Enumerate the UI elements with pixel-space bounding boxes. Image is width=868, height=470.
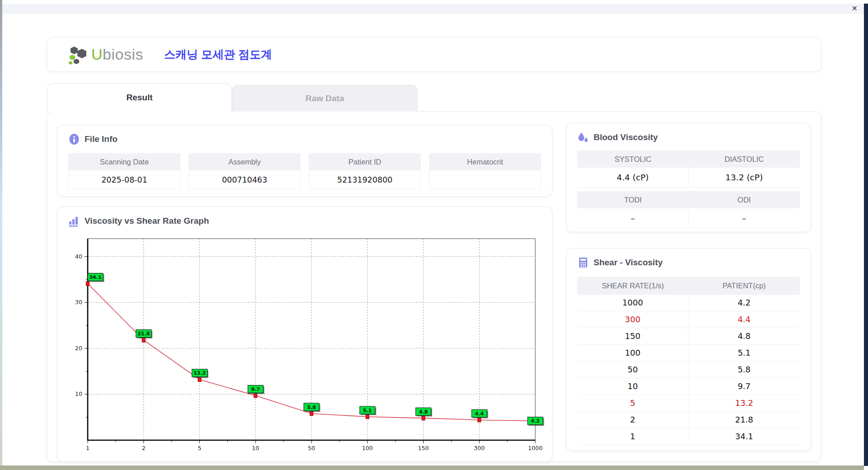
y-axis-tick-label: 10	[75, 390, 82, 397]
data-point-label: 34.1	[89, 274, 101, 280]
field-value: 52131920800	[309, 170, 421, 189]
patient-viscosity-cell: 21.8	[689, 412, 800, 428]
shear-rate-cell: 300	[577, 311, 689, 328]
info-icon	[68, 133, 80, 145]
shear-rate-cell: 10	[577, 378, 689, 395]
field-value: 2025-08-01	[68, 170, 180, 189]
x-axis-tick-label: 10	[252, 445, 259, 451]
shear-rate-cell: 100	[577, 345, 689, 361]
data-point-label: 5.1	[363, 408, 372, 414]
odi-value: –	[689, 208, 800, 228]
file-info-fields: Scanning Date2025-08-01Assembly000710463…	[68, 153, 541, 189]
field-label: Hematocrit	[429, 153, 541, 170]
table-row: 1504.8	[577, 328, 800, 345]
app-title-korean: 스캐닝 모세관 점도계	[164, 47, 272, 62]
y-axis-tick-label: 20	[75, 345, 82, 352]
shear-rate-cell: 1	[577, 428, 689, 445]
data-point-marker	[86, 282, 90, 286]
file-info-field: Assembly000710463	[189, 153, 301, 189]
blood-viscosity-title: Blood Viscosity	[594, 132, 658, 142]
blood-drops-icon	[577, 132, 589, 143]
patient-viscosity-cell: 13.2	[689, 395, 800, 411]
systolic-label: SYSTOLIC	[577, 150, 689, 168]
data-point-marker	[310, 412, 313, 416]
data-point-label: 4.8	[419, 409, 428, 415]
window-bottom-edge	[0, 465, 864, 470]
bar-chart-icon	[68, 215, 80, 227]
field-label: Patient ID	[309, 153, 421, 170]
shear-rate-cell: 5	[577, 395, 689, 411]
field-label: Assembly	[189, 153, 301, 170]
tab-result[interactable]: Result	[47, 83, 232, 112]
table-row: 513.2	[577, 395, 800, 412]
data-point-label: 4.4	[475, 411, 484, 417]
patient-viscosity-cell: 4.4	[689, 311, 800, 328]
close-icon[interactable]: ✕	[852, 4, 858, 14]
hexagon-cluster-logo-icon	[69, 45, 89, 65]
graph-title: Viscosity vs Shear Rate Graph	[85, 216, 209, 226]
data-point-marker	[422, 416, 425, 420]
table-row: 10004.2	[577, 295, 800, 311]
blood-viscosity-card: Blood Viscosity SYSTOLIC DIASTOLIC 4.4 (…	[566, 123, 811, 232]
data-point-label: 5.8	[307, 404, 316, 410]
shear-viscosity-title-row: Shear - Viscosity	[577, 257, 663, 268]
table-row: 109.7	[577, 378, 800, 395]
data-point-marker	[478, 418, 481, 422]
systolic-value: 4.4 (cP)	[577, 168, 689, 188]
file-info-card: File Info Scanning Date2025-08-01Assembl…	[57, 125, 552, 197]
x-axis-tick-label: 300	[474, 445, 485, 451]
patient-viscosity-cell: 5.8	[689, 362, 800, 378]
data-point-label: 21.8	[137, 331, 150, 337]
field-label: Scanning Date	[68, 153, 180, 170]
viscosity-chart: 102030401251050100150300100034.121.813.2…	[62, 234, 550, 456]
data-point-label: 13.2	[193, 370, 206, 376]
data-point-label: 9.7	[251, 386, 260, 392]
field-value: 000710463	[189, 170, 301, 189]
blood-viscosity-grid: SYSTOLIC DIASTOLIC 4.4 (cP) 13.2 (cP) TO…	[577, 150, 800, 228]
patient-viscosity-cell: 4.2	[689, 295, 800, 311]
calculator-icon	[577, 257, 589, 268]
window-right-edge	[864, 4, 868, 466]
todi-value: –	[577, 208, 689, 228]
window-left-edge	[0, 0, 2, 465]
shear-viscosity-table: SHEAR RATE(1/s) PATIENT(cp) 10004.23004.…	[577, 277, 800, 445]
shear-rate-cell: 1000	[577, 295, 689, 311]
y-axis-tick-label: 30	[75, 299, 82, 306]
window-titlebar: ✕	[2, 4, 864, 14]
x-axis-tick-label: 50	[308, 445, 315, 451]
graph-title-row: Viscosity vs Shear Rate Graph	[68, 215, 209, 227]
table-row: 221.8	[577, 412, 800, 428]
file-info-title-row: File Info	[68, 133, 118, 145]
table-row: 134.1	[577, 428, 800, 445]
blood-viscosity-title-row: Blood Viscosity	[577, 132, 658, 143]
x-axis-tick-label: 5	[198, 445, 202, 451]
x-axis-tick-label: 1000	[528, 445, 542, 451]
patient-viscosity-cell: 5.1	[689, 345, 800, 361]
y-axis-tick-label: 40	[75, 253, 82, 260]
col-patient: PATIENT(cp)	[689, 277, 800, 295]
logo-text: Ubiosis	[91, 46, 143, 63]
table-row: 3004.4	[577, 311, 800, 328]
col-shear-rate: SHEAR RATE(1/s)	[577, 277, 689, 295]
shear-viscosity-title: Shear - Viscosity	[594, 258, 663, 268]
x-axis-tick-label: 150	[418, 445, 429, 451]
shear-viscosity-card: Shear - Viscosity SHEAR RATE(1/s) PATIEN…	[566, 248, 811, 451]
logo-text-rest: biosis	[103, 46, 143, 63]
x-axis-tick-label: 2	[142, 445, 146, 451]
table-header-row: SHEAR RATE(1/s) PATIENT(cp)	[577, 277, 800, 295]
diastolic-value: 13.2 (cP)	[689, 168, 800, 188]
patient-viscosity-cell: 4.8	[689, 328, 800, 344]
shear-rate-cell: 150	[577, 328, 689, 344]
tab-raw-data[interactable]: Raw Data	[232, 85, 418, 112]
data-point-marker	[254, 394, 257, 398]
shear-rate-cell: 50	[577, 362, 689, 378]
data-point-marker	[142, 338, 145, 342]
odi-label: ODI	[689, 191, 800, 208]
viscosity-graph-card: Viscosity vs Shear Rate Graph 1020304012…	[57, 207, 552, 462]
diastolic-label: DIASTOLIC	[689, 150, 800, 168]
table-row: 1005.1	[577, 345, 800, 362]
logo-letter-u: U	[91, 46, 103, 63]
x-axis-tick-label: 100	[362, 445, 373, 451]
patient-viscosity-cell: 34.1	[689, 428, 800, 445]
ubiosis-logo: Ubiosis	[69, 45, 143, 65]
